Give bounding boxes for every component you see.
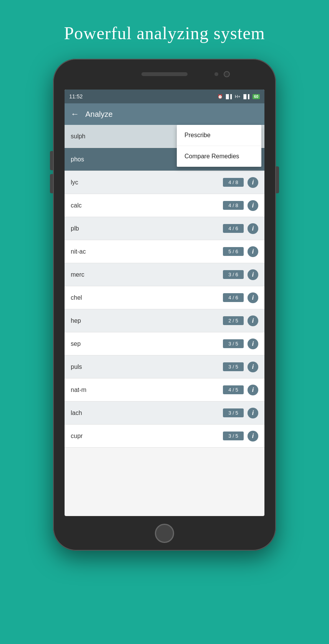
remedy-right: 4 / 6 i — [223, 223, 258, 234]
remedy-score: 3 / 5 — [223, 362, 244, 371]
remedy-score: 3 / 5 — [223, 408, 244, 417]
remedy-name: puls — [71, 363, 82, 370]
volume-down-button[interactable] — [50, 174, 53, 193]
remedy-score: 4 / 5 — [223, 385, 244, 394]
remedy-right: 3 / 6 i — [223, 269, 258, 280]
power-button[interactable] — [276, 166, 279, 193]
signal-icon: ▐▌▌ — [224, 94, 233, 99]
remedy-row[interactable]: puls 3 / 5 i — [65, 355, 264, 378]
alarm-icon: ⏰ — [218, 94, 223, 99]
remedy-right: 4 / 8 i — [223, 200, 258, 211]
remedy-score: 4 / 8 — [223, 178, 244, 187]
phone-shell: 11:52 ⏰ ▐▌▌ H+ ▐▌▌ 60 ← Analyze sulph ph… — [53, 59, 276, 551]
app-bar: ← Analyze — [65, 103, 264, 125]
info-button[interactable]: i — [248, 362, 258, 372]
remedy-name: nit-ac — [71, 248, 86, 255]
remedy-row[interactable]: lach 3 / 5 i — [65, 402, 264, 425]
info-button[interactable]: i — [248, 431, 258, 442]
remedy-row[interactable]: chel 4 / 6 i — [65, 286, 264, 309]
info-button[interactable]: i — [248, 385, 258, 395]
back-button[interactable]: ← — [71, 109, 79, 119]
info-button[interactable]: i — [248, 408, 258, 418]
battery-indicator: 60 — [253, 94, 260, 99]
phone-bottom — [155, 516, 174, 551]
home-button[interactable] — [155, 524, 174, 543]
info-button[interactable]: i — [248, 223, 258, 234]
phone-camera — [224, 71, 230, 77]
info-button[interactable]: i — [248, 292, 258, 303]
remedy-score: 4 / 6 — [223, 224, 244, 233]
page-headline: Powerful analyzing system — [64, 23, 265, 43]
phone-dot — [214, 72, 218, 76]
volume-up-button[interactable] — [50, 151, 53, 170]
status-time: 11:52 — [69, 93, 83, 100]
remedy-right: 3 / 5 i — [223, 408, 258, 418]
remedy-row[interactable]: hep 2 / 5 i — [65, 309, 264, 332]
remedy-row[interactable]: nat-m 4 / 5 i — [65, 378, 264, 402]
phone-screen: 11:52 ⏰ ▐▌▌ H+ ▐▌▌ 60 ← Analyze sulph ph… — [65, 90, 264, 516]
remedy-score: 3 / 6 — [223, 270, 244, 279]
remedy-score: 5 / 6 — [223, 247, 244, 256]
remedy-row[interactable]: nit-ac 5 / 6 i — [65, 240, 264, 263]
dropdown-menu-item[interactable]: Prescribe — [177, 125, 261, 146]
dropdown-menu-item[interactable]: Compare Remedies — [177, 146, 261, 167]
remedy-name: hep — [71, 317, 81, 324]
network-type: H+ — [235, 94, 240, 99]
signal-icon-2: ▐▌▌ — [242, 94, 251, 99]
remedy-right: 4 / 8 i — [223, 177, 258, 188]
remedy-right: 4 / 6 i — [223, 292, 258, 303]
remedy-list: sulph phos 4 / 8 i lyc 4 / 8 i calc 4 / … — [65, 125, 264, 448]
remedy-row[interactable]: lyc 4 / 8 i — [65, 171, 264, 194]
remedy-score: 3 / 5 — [223, 432, 244, 440]
remedy-score: 3 / 5 — [223, 339, 244, 348]
remedy-name: nat-m — [71, 387, 86, 393]
remedy-row[interactable]: merc 3 / 6 i — [65, 263, 264, 286]
remedy-row[interactable]: cupr 3 / 5 i — [65, 425, 264, 448]
remedy-right: 3 / 5 i — [223, 339, 258, 349]
remedy-name: plb — [71, 225, 79, 232]
remedy-row[interactable]: sep 3 / 5 i — [65, 332, 264, 355]
remedy-name: lach — [71, 410, 82, 417]
remedy-name: phos — [71, 156, 84, 163]
remedy-score: 2 / 5 — [223, 316, 244, 325]
info-button[interactable]: i — [248, 339, 258, 349]
remedy-right: 2 / 5 i — [223, 315, 258, 326]
phone-speaker — [141, 72, 188, 76]
status-icons: ⏰ ▐▌▌ H+ ▐▌▌ 60 — [218, 94, 260, 99]
info-button[interactable]: i — [248, 177, 258, 188]
remedy-row[interactable]: plb 4 / 6 i — [65, 217, 264, 240]
remedy-name: sep — [71, 340, 81, 347]
remedy-name: sulph — [71, 133, 85, 140]
dropdown-menu: PrescribeCompare Remedies — [177, 125, 261, 167]
info-button[interactable]: i — [248, 200, 258, 211]
remedy-row[interactable]: calc 4 / 8 i — [65, 194, 264, 217]
phone-top — [53, 59, 276, 90]
remedy-name: chel — [71, 294, 82, 301]
remedy-name: lyc — [71, 179, 78, 186]
remedy-score: 4 / 6 — [223, 293, 244, 302]
remedy-name: cupr — [71, 433, 83, 440]
remedy-right: 3 / 5 i — [223, 431, 258, 442]
info-button[interactable]: i — [248, 246, 258, 257]
remedy-right: 5 / 6 i — [223, 246, 258, 257]
remedy-right: 4 / 5 i — [223, 385, 258, 395]
remedy-score: 4 / 8 — [223, 201, 244, 210]
remedy-right: 3 / 5 i — [223, 362, 258, 372]
remedy-name: calc — [71, 202, 81, 209]
status-bar: 11:52 ⏰ ▐▌▌ H+ ▐▌▌ 60 — [65, 90, 264, 103]
app-bar-title: Analyze — [85, 110, 258, 119]
info-button[interactable]: i — [248, 315, 258, 326]
remedy-name: merc — [71, 271, 85, 278]
info-button[interactable]: i — [248, 269, 258, 280]
